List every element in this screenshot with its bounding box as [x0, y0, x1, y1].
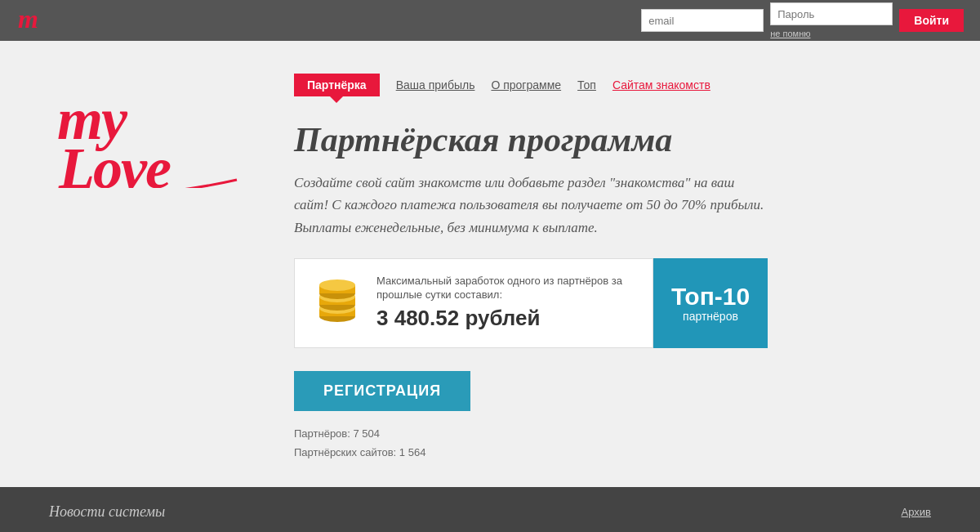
news-header: Новости системы Архив [49, 503, 931, 521]
mylove-logo: my Love [49, 74, 245, 188]
content-section: Партнёрка Ваша прибыль О программе Топ С… [294, 74, 931, 463]
login-button[interactable]: Войти [899, 9, 964, 32]
tab-about[interactable]: О программе [491, 78, 561, 92]
page-description: Создайте свой сайт знакомств или добавьт… [294, 172, 768, 239]
tab-top[interactable]: Топ [577, 78, 596, 92]
partners-count: Партнёров: 7 504 [294, 424, 931, 443]
main-content: my Love Партнёрка Ваша прибыль О програм… [0, 41, 980, 487]
top10-button[interactable]: Топ-10 партнёров [653, 258, 768, 348]
register-button[interactable]: РЕГИСТРАЦИЯ [294, 371, 470, 411]
info-box-row: Максимальный заработок одного из партнёр… [294, 258, 768, 348]
stats-section: Партнёров: 7 504 Партнёрских сайтов: 1 5… [294, 424, 931, 463]
earnings-label: Максимальный заработок одного из партнёр… [376, 275, 635, 302]
header-auth: не помню Войти [641, 2, 964, 38]
site-logo: m [16, 3, 49, 38]
earnings-amount: 3 480.52 рублей [376, 306, 635, 331]
email-input[interactable] [641, 9, 764, 32]
navigation-tabs: Партнёрка Ваша прибыль О программе Топ С… [294, 74, 931, 96]
tab-partnyor[interactable]: Партнёрка [294, 74, 380, 96]
header: m не помню Войти [0, 0, 980, 41]
top10-title: Топ-10 [671, 283, 750, 310]
archive-link[interactable]: Архив [902, 506, 931, 518]
tab-dating-sites[interactable]: Сайтам знакомств [612, 78, 710, 92]
forgot-password-link[interactable]: не помню [770, 29, 893, 38]
earnings-info-box: Максимальный заработок одного из партнёр… [294, 258, 653, 348]
partner-sites-count: Партнёрских сайтов: 1 564 [294, 443, 931, 462]
svg-point-11 [319, 279, 355, 291]
svg-text:Love: Love [58, 136, 171, 188]
page-heading: Партнёрская программа [294, 121, 931, 159]
news-section-title: Новости системы [49, 503, 165, 521]
news-section: Новости системы Архив 03.12.2012 Тариф 7… [0, 487, 980, 532]
top10-subtitle: партнёров [683, 310, 738, 323]
brand-logo-section: my Love [49, 74, 261, 191]
coins-icon [313, 274, 362, 333]
tab-profit[interactable]: Ваша прибыль [396, 78, 475, 92]
earnings-text: Максимальный заработок одного из партнёр… [376, 275, 635, 331]
password-input[interactable] [770, 2, 893, 25]
svg-text:m: m [18, 4, 38, 33]
